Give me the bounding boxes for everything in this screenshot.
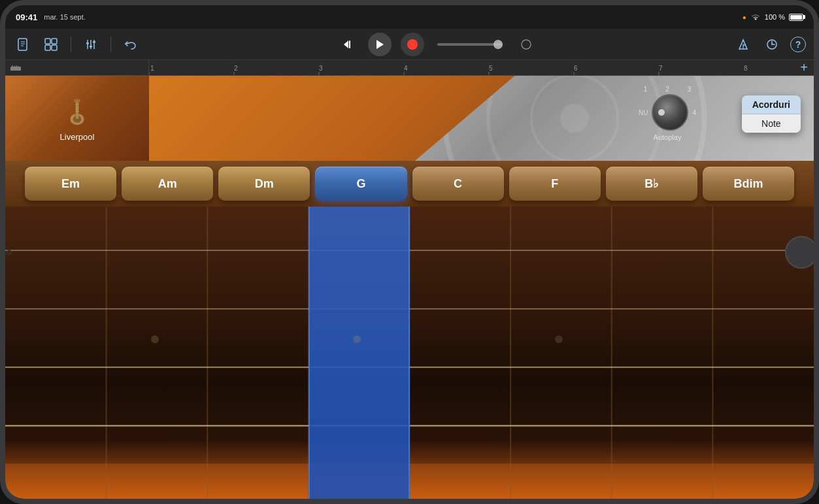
status-right: ● 100 % [743, 13, 803, 21]
svg-point-17 [522, 40, 531, 49]
volume-slider[interactable] [437, 43, 503, 46]
svg-rect-13 [93, 41, 95, 43]
volume-button[interactable] [0, 208, 1, 234]
svg-rect-47 [75, 100, 78, 119]
undo-button[interactable] [120, 34, 141, 55]
svg-rect-0 [18, 39, 27, 50]
knob-num-4: 4 [692, 109, 696, 116]
help-label: ? [795, 39, 801, 50]
svg-text:1: 1 [150, 65, 154, 72]
add-track-button[interactable]: + [794, 60, 814, 76]
svg-text:3: 3 [319, 65, 323, 72]
chord-button-c[interactable]: C [412, 167, 504, 201]
new-song-button[interactable] [13, 34, 34, 55]
ruler: 1 2 3 4 5 6 7 8 [149, 60, 794, 75]
mixer-button[interactable] [80, 34, 101, 55]
svg-text:7: 7 [659, 65, 663, 72]
svg-rect-11 [86, 42, 89, 44]
knob-dot [658, 109, 665, 116]
side-indicator [7, 250, 12, 255]
svg-rect-15 [349, 41, 350, 48]
svg-text:8: 8 [744, 65, 748, 72]
note-tab[interactable]: Note [742, 114, 801, 133]
svg-rect-5 [52, 39, 57, 44]
battery-percent: 100 % [765, 13, 785, 21]
main-area: Liverpool [5, 76, 814, 499]
track-header-ruler [5, 60, 149, 75]
status-left: 09:41 mar. 15 sept. [16, 12, 86, 22]
chord-label-am: Am [158, 177, 177, 191]
svg-text:2: 2 [234, 65, 238, 72]
play-button[interactable] [368, 33, 392, 56]
track-header[interactable]: Liverpool [5, 76, 149, 161]
knob[interactable] [652, 94, 688, 131]
master-volume-icon[interactable] [516, 34, 537, 55]
knob-num-2: 2 [665, 86, 669, 93]
chord-label-dm: Dm [255, 177, 274, 191]
svg-marker-16 [376, 40, 384, 49]
svg-text:4: 4 [404, 65, 408, 72]
toolbar: ? [5, 29, 814, 60]
wifi-icon [750, 13, 761, 21]
battery-icon [789, 14, 803, 21]
chord-label-g: G [356, 177, 365, 191]
add-track-icon: + [800, 60, 808, 75]
svg-point-56 [560, 104, 589, 133]
timeline: 1 2 3 4 5 6 7 8 [5, 60, 814, 76]
nu-label: NU [639, 109, 648, 116]
svg-text:6: 6 [574, 65, 578, 72]
chord-button-g[interactable]: G [315, 167, 407, 201]
svg-rect-12 [90, 46, 92, 48]
chord-tab[interactable]: Acorduri [742, 95, 801, 114]
svg-rect-48 [74, 99, 80, 102]
chord-label-em: Em [61, 177, 80, 191]
svg-rect-7 [52, 45, 57, 50]
svg-rect-24 [10, 67, 21, 71]
record-button[interactable] [401, 33, 424, 56]
fretboard[interactable] [5, 207, 814, 499]
tracks-section: Liverpool [5, 76, 814, 161]
tracks-button[interactable] [41, 34, 61, 55]
ipad-frame: 09:41 mar. 15 sept. ● 100 % [0, 0, 819, 504]
chord-button-am[interactable]: Am [122, 167, 213, 201]
svg-rect-68 [5, 463, 814, 499]
knob-num-1: 1 [644, 86, 648, 93]
status-bar: 09:41 mar. 15 sept. ● 100 % [5, 5, 814, 29]
toolbar-right: ? [733, 34, 806, 55]
rewind-button[interactable] [338, 34, 359, 55]
dot-indicator: ● [743, 14, 746, 21]
settings-button[interactable] [761, 34, 782, 55]
chord-note-dropdown: Acorduri Note [742, 95, 801, 133]
toolbar-left [13, 34, 141, 55]
tuner-button[interactable] [733, 34, 754, 55]
home-button[interactable] [816, 227, 819, 273]
ipad-home-button[interactable] [785, 236, 814, 269]
autoplay-label: Autoplay [654, 133, 682, 141]
chord-button-dm[interactable]: Dm [218, 167, 310, 201]
chord-button-bdim[interactable]: Bdim [703, 167, 794, 201]
toolbar-center [338, 33, 537, 56]
svg-rect-6 [45, 45, 50, 50]
knob-num-3: 3 [688, 86, 692, 93]
svg-rect-4 [45, 39, 50, 44]
chord-label-f: F [551, 177, 558, 191]
date-display: mar. 15 sept. [44, 13, 86, 21]
guitar-icon [64, 95, 90, 128]
screen: 09:41 mar. 15 sept. ● 100 % [5, 5, 814, 499]
fretboard-section: Em Am Dm G C [5, 161, 814, 499]
record-circle [407, 39, 418, 50]
chord-buttons-row: Em Am Dm G C [5, 161, 814, 207]
fret-lines-svg [5, 207, 814, 499]
chord-button-em[interactable]: Em [25, 167, 116, 201]
svg-text:5: 5 [489, 65, 493, 72]
help-button[interactable]: ? [790, 37, 806, 52]
toolbar-separator [71, 37, 71, 52]
active-chord-bar [309, 207, 410, 499]
svg-marker-14 [344, 41, 348, 48]
chord-button-bb[interactable]: B♭ [606, 167, 697, 201]
knob-area: 1 2 3 NU 4 Autoplay [639, 86, 696, 141]
toolbar-separator-2 [110, 37, 111, 52]
chord-label-c: C [454, 177, 462, 191]
chord-button-f[interactable]: F [509, 167, 601, 201]
fret-inlay-2 [353, 335, 361, 343]
